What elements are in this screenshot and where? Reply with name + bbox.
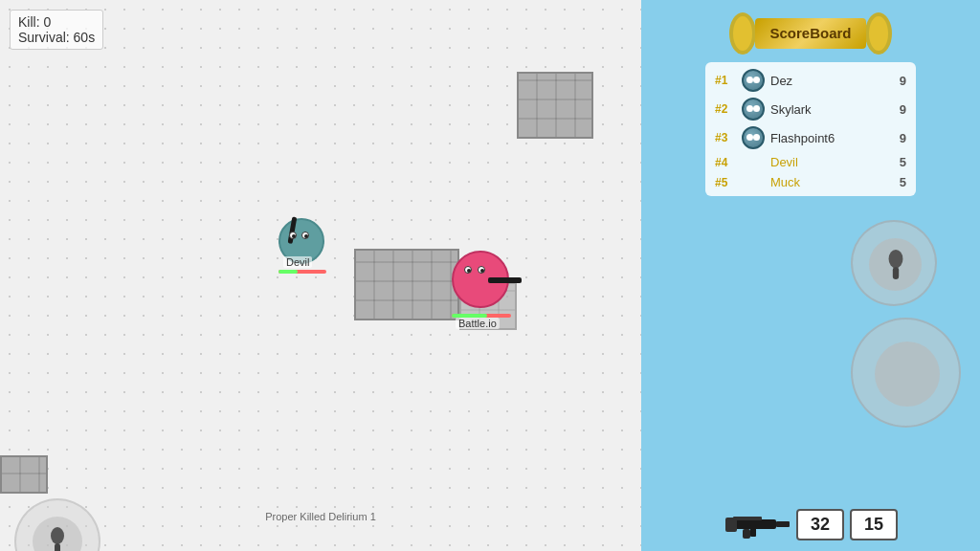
svg-point-3: [733, 16, 752, 51]
rank-2: #2: [715, 102, 736, 116]
score-1: 9: [900, 74, 906, 88]
battleio-label: Battle.io: [456, 318, 500, 329]
right-gun-joystick-outer[interactable]: [851, 220, 937, 306]
ui-panel: ScoreBoard #1 Dez 9: [641, 0, 980, 551]
devil-label: Devil: [283, 256, 312, 268]
scoreboard-banner: ScoreBoard: [705, 10, 916, 57]
scoreboard: ScoreBoard #1 Dez 9: [705, 10, 916, 196]
stone-block-4: [0, 455, 48, 494]
score-5: 5: [900, 175, 906, 189]
score-2: 9: [900, 102, 906, 117]
svg-point-0: [51, 527, 64, 544]
svg-rect-13: [733, 517, 762, 520]
svg-rect-1: [55, 543, 60, 551]
rank-5: #5: [715, 176, 736, 189]
score-row-5: #5 Muck 5: [713, 172, 908, 192]
avatar-1: [742, 69, 765, 92]
game-panel: Kill: 0 Survival: 60s Devil: [0, 0, 641, 551]
right-controls: [851, 220, 961, 428]
survival-stat: Survival: 60s: [18, 30, 95, 45]
kill-message: Proper Killed Delirium 1: [265, 511, 376, 522]
rank-4: #4: [715, 156, 736, 169]
score-row-2: #2 Skylark 9: [713, 95, 908, 123]
reserve-ammo: 15: [850, 509, 898, 540]
gun-joystick-icon: [42, 526, 73, 551]
svg-rect-11: [743, 529, 750, 539]
name-2: Skylark: [770, 102, 894, 117]
stone-block-2: [354, 249, 459, 320]
right-gun-icon: [880, 249, 912, 281]
name-1: Dez: [770, 74, 894, 88]
ammo-count: 32: [796, 509, 844, 540]
scoreboard-title: ScoreBoard: [769, 25, 851, 41]
score-table: #1 Dez 9 #2 Skylark 9 #3 Flashpoint6 9: [705, 62, 916, 196]
svg-point-6: [888, 250, 902, 268]
name-4: Devil: [770, 155, 894, 169]
name-3: Flashpoint6: [770, 131, 894, 145]
name-5: Muck: [770, 175, 894, 189]
stone-block-1: [517, 72, 593, 139]
score-row-3: #3 Flashpoint6 9: [713, 123, 908, 152]
player-battleio: [452, 251, 509, 308]
svg-point-5: [869, 16, 888, 51]
stats-box: Kill: 0 Survival: 60s: [10, 10, 103, 50]
svg-rect-7: [892, 267, 898, 279]
rank-1: #1: [715, 74, 736, 87]
svg-rect-9: [776, 521, 790, 527]
avatar-2: [742, 98, 765, 121]
weapon-icon: [724, 508, 791, 541]
kill-stat: Kill: 0: [18, 14, 95, 30]
score-3: 9: [900, 131, 906, 145]
right-move-joystick-outer[interactable]: [851, 318, 961, 428]
rank-3: #3: [715, 131, 736, 144]
right-move-joystick-inner[interactable]: [875, 342, 940, 407]
right-decoration: [861, 10, 895, 57]
svg-rect-12: [750, 525, 756, 537]
score-row-1: #1 Dez 9: [713, 66, 908, 95]
score-row-4: #4 Devil 5: [713, 152, 908, 172]
score-4: 5: [900, 155, 906, 169]
devil-health: [278, 270, 326, 274]
weapon-bar: 32 15: [724, 508, 898, 541]
avatar-3: [742, 126, 765, 149]
right-gun-joystick-inner[interactable]: [869, 238, 922, 291]
